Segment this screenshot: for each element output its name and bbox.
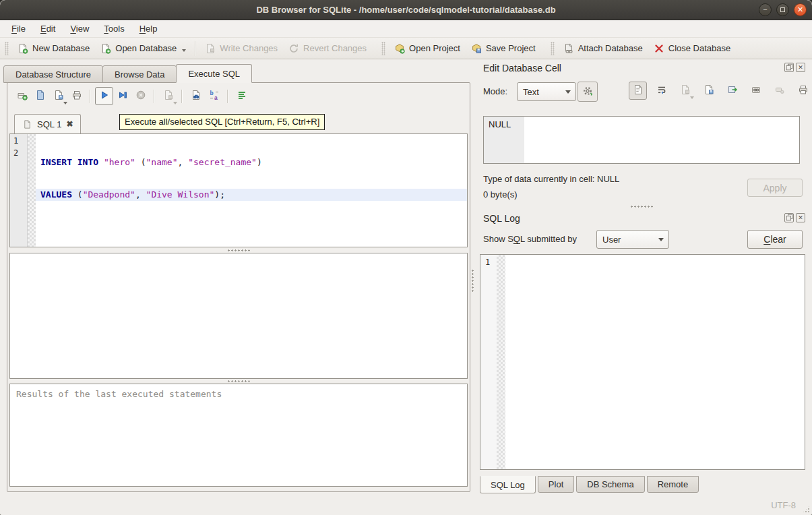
print-sql-button[interactable] [67, 87, 86, 105]
cell-editor[interactable]: NULL [483, 116, 800, 164]
close-icon: ✕ [797, 6, 803, 13]
auto-mode-button[interactable] [577, 82, 598, 102]
menu-file[interactable]: File [4, 20, 33, 37]
sql-log-view[interactable]: 1 [480, 254, 805, 470]
export-cell-button[interactable] [723, 82, 741, 100]
menu-help[interactable]: Help [132, 20, 165, 37]
format-lines-icon [237, 90, 247, 103]
text-mode-button[interactable] [629, 82, 647, 100]
open-project-icon [394, 43, 405, 54]
close-database-button[interactable]: Close Database [648, 40, 737, 57]
tab-close-icon[interactable]: ✖ [66, 119, 73, 129]
dock-tab-sql-log[interactable]: SQL Log [480, 476, 536, 493]
line-number-gutter: 1 2 [10, 134, 28, 247]
results-message-pane[interactable]: Results of the last executed statements [9, 384, 468, 487]
open-database-button[interactable]: Open Database [95, 40, 191, 57]
attach-database-button[interactable]: Attach Database [558, 40, 648, 57]
tab-browse-data[interactable]: Browse Data [102, 65, 177, 83]
splitter-handle[interactable] [7, 248, 470, 253]
tab-execute-sql[interactable]: Execute SQL [176, 64, 252, 83]
open-file-icon [35, 90, 46, 103]
import-cell-button[interactable] [699, 82, 718, 100]
menu-view[interactable]: View [63, 20, 96, 37]
save-cell-button[interactable] [676, 82, 694, 100]
find-replace-icon: ba [209, 90, 220, 103]
menu-edit[interactable]: Edit [33, 20, 63, 37]
open-database-dropdown-icon[interactable] [182, 49, 186, 52]
toolbar-drag-handle[interactable] [5, 42, 9, 55]
new-tab-icon [17, 90, 28, 103]
clear-log-button[interactable]: Clear [747, 230, 803, 249]
main-tab-bar: Database Structure Browse Data Execute S… [3, 64, 251, 83]
status-bar: UTF-8 [0, 495, 812, 515]
minimize-icon: − [763, 6, 767, 13]
execute-sql-button[interactable] [95, 87, 113, 105]
new-database-icon [18, 43, 28, 54]
encoding-indicator[interactable]: UTF-8 [771, 500, 796, 510]
save-project-button[interactable]: Save Project [466, 40, 541, 57]
new-sql-tab-button[interactable] [13, 87, 31, 105]
apply-button[interactable]: Apply [747, 179, 803, 197]
open-sql-file-button[interactable] [31, 87, 49, 105]
word-wrap-button[interactable] [652, 82, 670, 100]
results-grid[interactable] [9, 253, 468, 379]
toolbar-drag-handle[interactable] [381, 42, 385, 55]
dock-tab-plot[interactable]: Plot [538, 476, 574, 493]
panel-splitter[interactable] [470, 59, 475, 495]
new-database-button[interactable]: New Database [12, 40, 95, 57]
find-icon [191, 90, 201, 103]
toolbar-separator [195, 41, 196, 56]
format-sql-button[interactable] [232, 87, 251, 105]
import-icon [704, 84, 714, 97]
title-bar[interactable]: DB Browser for SQLite - /home/user/code/… [0, 0, 812, 20]
close-icon: ✕ [798, 64, 803, 71]
execute-current-line-button[interactable] [113, 87, 131, 105]
splitter-handle[interactable] [7, 379, 470, 384]
mode-select[interactable]: Text [517, 82, 576, 101]
toolbar-separator [154, 90, 155, 103]
log-filter-label: Show SQL submitted by [483, 234, 577, 244]
toolbar-drag-handle[interactable] [551, 42, 555, 55]
resize-grip[interactable] [802, 505, 811, 514]
dock-close-button[interactable]: ✕ [796, 213, 805, 222]
find-button[interactable] [187, 87, 205, 105]
toolbar-separator [181, 90, 183, 103]
save-results-dropdown-icon[interactable] [173, 102, 177, 104]
find-replace-button[interactable]: ba [205, 87, 223, 105]
dock-float-button[interactable] [784, 213, 794, 222]
close-button[interactable]: ✕ [794, 3, 807, 16]
cell-editor-toolbar [629, 82, 812, 100]
stop-execution-button[interactable] [131, 87, 150, 105]
dock-close-button[interactable]: ✕ [796, 63, 805, 72]
set-null-button[interactable] [770, 82, 788, 100]
dock-tab-remote[interactable]: Remote [647, 476, 699, 493]
menu-tools[interactable]: Tools [96, 20, 131, 37]
open-project-button[interactable]: Open Project [389, 40, 466, 57]
dock-float-button[interactable] [784, 63, 794, 72]
maximize-button[interactable] [776, 3, 789, 16]
save-cell-dropdown-icon[interactable] [690, 96, 694, 99]
dock-splitter-handle[interactable] [475, 204, 808, 209]
line-number: 2 [10, 148, 27, 160]
revert-changes-button[interactable]: Revert Changes [283, 40, 372, 57]
sql-log-title: SQL Log [483, 213, 520, 224]
svg-text:b: b [210, 90, 213, 96]
log-filter-select[interactable]: User [596, 230, 669, 249]
dock-tab-db-schema[interactable]: DB Schema [576, 476, 644, 493]
write-changes-button[interactable]: Write Changes [199, 40, 283, 57]
save-results-button[interactable] [159, 87, 177, 105]
code-line-2: VALUES ("Deadpond", "Dive Wilson"); [36, 189, 467, 201]
sql-document-tab[interactable]: SQL 1 ✖ [14, 114, 81, 133]
minimize-button[interactable]: − [759, 3, 772, 16]
save-sql-file-button[interactable] [49, 87, 67, 105]
mode-label: Mode: [483, 86, 507, 96]
open-external-button[interactable] [747, 82, 765, 100]
cell-text-area[interactable] [524, 117, 799, 163]
sql-editor[interactable]: 1 2 INSERT INTO "hero" ("name", "secret_… [9, 133, 468, 247]
svg-text:a: a [214, 94, 218, 100]
code-area[interactable]: INSERT INTO "hero" ("name", "secret_name… [36, 134, 467, 247]
print-cell-button[interactable] [794, 82, 812, 100]
window-title: DB Browser for SQLite - /home/user/code/… [256, 5, 555, 15]
tab-database-structure[interactable]: Database Structure [3, 65, 103, 83]
revert-changes-icon [288, 43, 299, 54]
